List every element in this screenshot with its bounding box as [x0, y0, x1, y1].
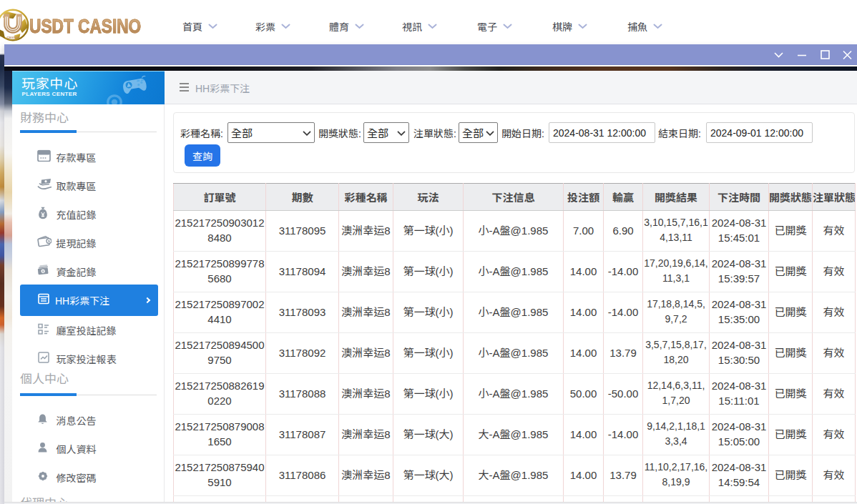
svg-text:casino: casino: [6, 35, 19, 39]
